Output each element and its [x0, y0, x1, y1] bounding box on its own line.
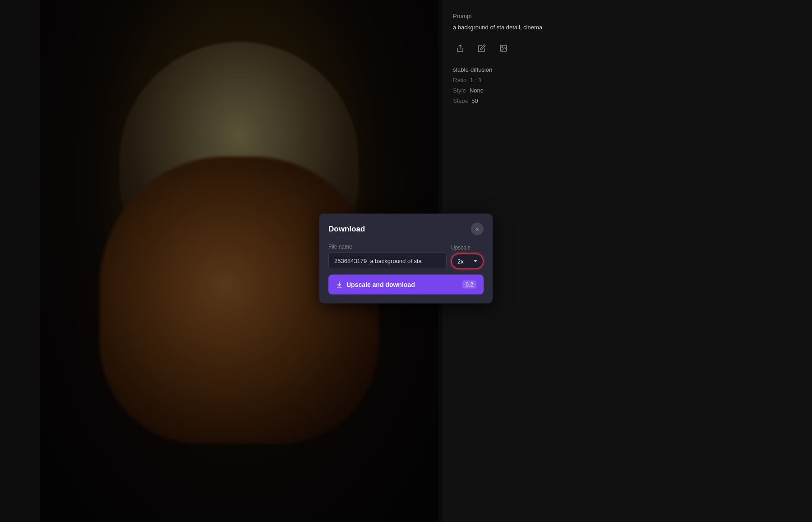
download-icon [336, 281, 343, 288]
upscale-btn-left: Upscale and download [336, 281, 415, 288]
svg-point-2 [502, 46, 503, 47]
prompt-label: Prompt [453, 13, 801, 19]
style-value: None [470, 87, 484, 94]
modal-close-button[interactable]: × [471, 222, 484, 235]
steps-value: 50 [471, 97, 478, 104]
steps-label: Steps [453, 97, 468, 104]
chevron-down-icon [474, 260, 477, 262]
modal-fields-row: File name Upscale 2x [328, 243, 484, 269]
file-name-field-group: File name [328, 243, 447, 269]
ratio-row: Ratio 1 : 1 [453, 77, 801, 83]
upscale-label: Upscale [451, 244, 484, 250]
sidebar-icons-row [453, 41, 801, 55]
upscale-and-download-button[interactable]: Upscale and download 0.2 [328, 274, 484, 294]
style-row: Style None [453, 87, 801, 94]
model-row: stable-diffusion [453, 66, 801, 73]
upscale-field-group: Upscale 2x [451, 244, 484, 269]
file-name-label: File name [328, 243, 447, 249]
upscale-dropdown[interactable]: 2x [451, 253, 484, 269]
upscale-btn-label: Upscale and download [346, 281, 415, 288]
steps-row: Steps 50 [453, 97, 801, 104]
file-name-input[interactable] [328, 252, 447, 269]
modal-header: Download × [328, 222, 484, 235]
share-icon-button[interactable] [453, 41, 467, 55]
edit-icon-button[interactable] [475, 41, 489, 55]
ratio-label: Ratio [453, 77, 466, 83]
modal-title: Download [328, 224, 365, 233]
upscale-dropdown-inner: 2x [457, 258, 477, 264]
ratio-value: 1 : 1 [470, 77, 481, 83]
upscale-dropdown-wrapper: 2x [451, 253, 484, 269]
left-navigation-strip [0, 0, 40, 522]
image-icon-button[interactable] [496, 41, 511, 55]
upscale-value: 2x [457, 258, 464, 264]
download-modal: Download × File name Upscale 2x [319, 213, 493, 303]
right-sidebar: Prompt a background of sta detail, cinem… [442, 0, 812, 522]
upscale-cost-badge: 0.2 [462, 280, 476, 288]
model-value: stable-diffusion [453, 66, 492, 73]
style-label: Style [453, 87, 466, 94]
prompt-text: a background of sta detail, cinema [453, 23, 801, 32]
